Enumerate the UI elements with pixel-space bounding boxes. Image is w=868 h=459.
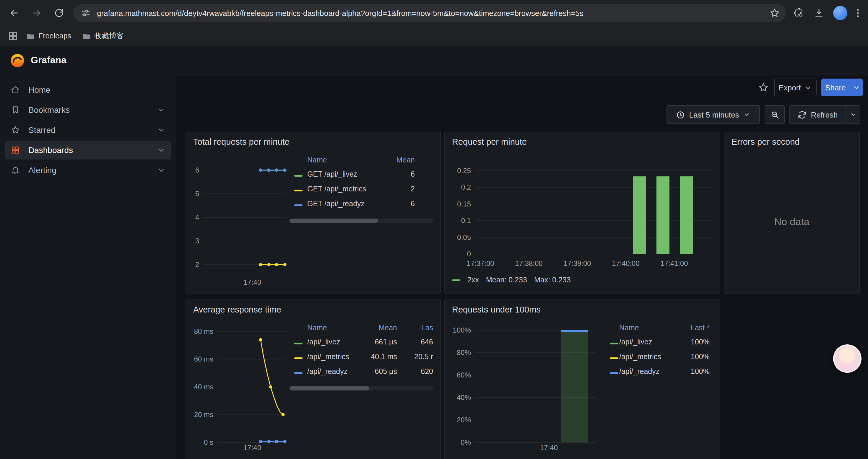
legend-series-name[interactable]: GET /api/_metrics (307, 185, 366, 193)
reload-icon[interactable] (52, 6, 66, 20)
legend-scrollbar[interactable] (289, 219, 433, 223)
forward-icon[interactable] (30, 6, 44, 20)
legend-header: NameMean (289, 154, 433, 168)
star-icon (11, 125, 20, 135)
series-swatch (610, 357, 618, 359)
sidebar-item-alerting[interactable]: Alerting (5, 161, 172, 179)
refresh-button[interactable]: Refresh (789, 105, 846, 124)
scrollbar-thumb[interactable] (289, 219, 378, 223)
browser-profile-avatar[interactable] (833, 6, 847, 20)
chevron-down-icon[interactable] (157, 126, 165, 134)
sidebar-item-dashboards[interactable]: Dashboards (5, 140, 172, 160)
svg-text:5: 5 (195, 190, 199, 198)
legend-series-name[interactable]: /api/_metrics (619, 353, 661, 361)
legend-series-name[interactable]: /api/_livez (307, 338, 340, 346)
svg-text:0.05: 0.05 (457, 233, 471, 241)
panel-title[interactable]: Request per minute (452, 137, 527, 146)
legend-cell: Name (307, 156, 327, 164)
legend-row[interactable]: /api/_metrics100% (604, 350, 711, 364)
grafana-logo[interactable] (9, 53, 25, 68)
chevron-down-icon (743, 111, 750, 118)
svg-text:17:39:00: 17:39:00 (563, 259, 591, 267)
refresh-interval-button[interactable] (846, 105, 860, 124)
series-swatch (294, 204, 303, 206)
svg-text:0%: 0% (461, 438, 471, 446)
bookmark-item-blogs[interactable]: 收藏博客 (82, 31, 124, 41)
zoom-out-button[interactable] (765, 105, 785, 124)
export-button[interactable]: Export (774, 78, 816, 96)
legend-cell: 620 (405, 367, 433, 376)
extensions-puzzle-icon[interactable] (792, 6, 806, 20)
screen: grafana.mathmast.com/d/deytv4rwavabkb/fr… (0, 0, 868, 459)
legend-series-name[interactable]: /api/_livez (619, 338, 652, 346)
chevron-down-icon[interactable] (157, 166, 165, 174)
sidebar-item-home[interactable]: Home (5, 80, 172, 99)
legend-row[interactable]: /api/_livez661 µs646 (289, 335, 433, 350)
folder-icon (82, 32, 91, 40)
favorite-star-icon[interactable] (757, 81, 769, 93)
legend-row[interactable]: GET /api/_readyz6 (289, 197, 433, 211)
sidebar-item-label: Starred (28, 125, 56, 135)
bookmark-star-icon[interactable] (769, 8, 780, 18)
series-name[interactable]: 2xx (467, 276, 479, 284)
legend-series-name[interactable]: GET /api/_livez (307, 170, 357, 178)
chart-legend: 2xx Mean: 0.233 Max: 0.233 (452, 276, 571, 284)
svg-text:80 ms: 80 ms (194, 327, 213, 335)
series-swatch (452, 279, 460, 281)
request-per-minute-chart: 0.250.20.150.10.05017:37:0017:38:0017:39… (445, 132, 720, 293)
panel-title[interactable]: Total requests per minute (193, 137, 289, 146)
bookmark-item-freeleaps[interactable]: Freeleaps (26, 32, 71, 40)
clock-icon (676, 110, 685, 119)
svg-text:0.15: 0.15 (457, 200, 471, 208)
panel-title[interactable]: Requests under 100ms (452, 305, 541, 314)
svg-text:17:38:00: 17:38:00 (515, 259, 542, 267)
chevron-down-icon[interactable] (157, 146, 165, 154)
legend-row[interactable]: /api/_readyz100% (604, 365, 711, 379)
legend-row[interactable]: GET /api/_metrics2 (289, 183, 433, 197)
legend-row[interactable]: /api/_readyz605 µs620 (289, 365, 433, 379)
legend-cell: Mean (351, 324, 397, 332)
svg-text:100%: 100% (453, 326, 471, 334)
legend-scrollbar[interactable] (289, 386, 433, 391)
apps-grid-icon[interactable] (7, 30, 19, 42)
svg-text:17:37:00: 17:37:00 (466, 259, 494, 267)
download-icon[interactable] (812, 6, 826, 20)
legend-series-name[interactable]: /api/_readyz (307, 367, 347, 376)
legend-series-name[interactable]: GET /api/_readyz (307, 200, 365, 208)
chevron-down-icon[interactable] (157, 106, 165, 114)
dashboards-icon (11, 145, 20, 155)
series-max: Max: 0.233 (534, 276, 571, 284)
series-swatch (610, 342, 618, 345)
url-bar[interactable]: grafana.mathmast.com/d/deytv4rwavabkb/fr… (73, 4, 786, 22)
legend-table: NameMeanGET /api/_livez6GET /api/_metric… (289, 132, 433, 293)
panel-title[interactable]: Errors per second (732, 137, 800, 146)
panel-title[interactable]: Average response time (193, 305, 281, 314)
sidebar-item-bookmarks[interactable]: Bookmarks (5, 100, 172, 119)
brand-title: Grafana (31, 55, 66, 66)
svg-text:0 s: 0 s (204, 438, 213, 446)
site-info-icon[interactable] (80, 8, 91, 18)
back-icon[interactable] (7, 6, 21, 20)
legend-series-name[interactable]: /api/_readyz (619, 367, 659, 376)
legend-cell: 6 (372, 170, 415, 178)
grafana-header: Grafana Home › Dashboards › Freeleaps Me… (0, 46, 868, 76)
legend-row[interactable]: /api/_livez100% (604, 335, 711, 350)
scrollbar-thumb[interactable] (289, 386, 369, 391)
sidebar-item-label: Alerting (28, 165, 56, 175)
kebab-menu-icon[interactable] (851, 6, 865, 20)
time-range-label: Last 5 minutes (689, 110, 739, 119)
legend-cell: 6 (372, 200, 415, 208)
refresh-label: Refresh (811, 110, 838, 119)
legend-row[interactable]: GET /api/_livez6 (289, 168, 433, 182)
panel-total-requests-per-minute: Total requests per minute 6543217:40 Nam… (186, 132, 441, 294)
legend-series-name[interactable]: /api/_metrics (307, 353, 349, 361)
floating-avatar[interactable] (833, 345, 862, 373)
share-button[interactable]: Share (821, 78, 850, 96)
share-menu-button[interactable] (850, 78, 863, 96)
legend-row[interactable]: /api/_metrics40.1 ms20.5 r (289, 350, 433, 364)
series-swatch (294, 342, 303, 345)
time-range-picker[interactable]: Last 5 minutes (666, 105, 760, 124)
legend-cell: 100% (661, 353, 710, 361)
sidebar-item-starred[interactable]: Starred (5, 121, 172, 139)
legend-cell: Name (619, 324, 639, 332)
